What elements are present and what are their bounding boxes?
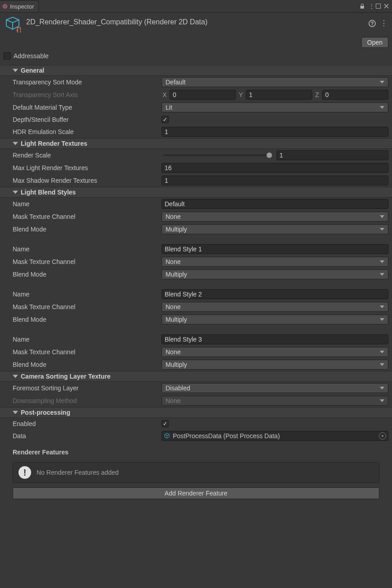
blend-name-field[interactable]: Blend Style 1 — [161, 244, 388, 254]
section-light-blend-styles[interactable]: Light Blend Styles — [0, 187, 392, 198]
blend-mode-dropdown[interactable]: Multiply — [161, 360, 388, 370]
axis-z-label: Z — [314, 91, 320, 98]
blend-mask-dropdown[interactable]: None — [161, 212, 388, 222]
maximize-icon[interactable] — [376, 4, 384, 9]
axis-y-field[interactable]: 1 — [246, 90, 312, 100]
renderer-features-title: Renderer Features — [0, 442, 392, 460]
no-features-label: No Renderer Features added — [37, 469, 119, 476]
blend-mode-label: Blend Mode — [13, 271, 161, 278]
hdr-emulation-scale-field[interactable]: 1 — [161, 127, 388, 137]
blend-mode-label: Blend Mode — [13, 361, 161, 368]
axis-z-field[interactable]: 0 — [322, 90, 388, 100]
default-material-type-label: Default Material Type — [13, 104, 161, 111]
inspector-tab[interactable]: Inspector — [0, 0, 39, 12]
post-data-label: Data — [13, 432, 161, 440]
default-material-type-dropdown[interactable]: Lit — [161, 102, 388, 112]
asset-title: 2D_Renderer_Shader_Compatibility (Render… — [26, 18, 363, 26]
blend-name-field[interactable]: Default — [161, 199, 388, 209]
blend-mode-dropdown[interactable]: Multiply — [161, 315, 388, 324]
max-light-textures-label: Max Light Render Textures — [13, 164, 161, 171]
blend-name-field[interactable]: Blend Style 3 — [161, 334, 388, 344]
blend-name-field[interactable]: Blend Style 2 — [161, 289, 388, 299]
blend-name-label: Name — [13, 291, 161, 298]
blend-mask-label: Mask Texture Channel — [13, 258, 161, 265]
blend-mode-label: Blend Mode — [13, 316, 161, 323]
post-data-field[interactable]: PostProcessData (Post Process Data) — [161, 431, 388, 441]
max-shadow-textures-label: Max Shadow Render Textures — [13, 177, 161, 184]
blend-name-label: Name — [13, 245, 161, 253]
blend-mask-dropdown[interactable]: None — [161, 257, 388, 267]
component-menu-icon[interactable]: ⋮ — [380, 19, 387, 28]
post-enabled-checkbox[interactable] — [161, 420, 169, 427]
depth-stencil-buffer-label: Depth/Stencil Buffer — [13, 116, 161, 123]
render-scale-slider[interactable] — [161, 150, 271, 160]
no-features-info: ! No Renderer Features added — [13, 462, 379, 483]
render-scale-field[interactable]: 1 — [277, 150, 389, 160]
blend-name-label: Name — [13, 200, 161, 208]
lock-icon[interactable] — [360, 4, 368, 9]
transparency-sort-mode-label: Transparency Sort Mode — [13, 79, 161, 86]
tab-menu-icon[interactable]: ⋮ — [368, 3, 376, 9]
open-button[interactable]: Open — [361, 37, 388, 48]
depth-stencil-buffer-checkbox[interactable] — [161, 116, 169, 123]
blend-mode-dropdown[interactable]: Multiply — [161, 224, 388, 234]
transparency-sort-axis-label: Transparency Sort Axis — [13, 91, 161, 98]
transparency-sort-mode-dropdown[interactable]: Default — [161, 77, 388, 87]
downsampling-method-dropdown: None — [161, 396, 388, 406]
post-enabled-label: Enabled — [13, 420, 161, 427]
blend-mask-label: Mask Texture Channel — [13, 303, 161, 310]
inspector-tab-icon — [3, 4, 7, 9]
info-icon: ! — [18, 466, 31, 479]
blend-name-label: Name — [13, 336, 161, 343]
svg-text:?: ? — [371, 21, 374, 26]
blend-mask-dropdown[interactable]: None — [161, 347, 388, 357]
blend-mode-dropdown[interactable]: Multiply — [161, 269, 388, 279]
addressable-label: Addressable — [14, 52, 49, 60]
axis-y-label: Y — [238, 91, 244, 98]
close-icon[interactable] — [384, 4, 392, 9]
section-camera-sorting[interactable]: Camera Sorting Layer Texture — [0, 371, 392, 382]
help-icon[interactable]: ? — [369, 20, 376, 27]
max-light-textures-field[interactable]: 16 — [161, 163, 388, 173]
addressable-checkbox[interactable] — [4, 52, 11, 60]
svg-rect-0 — [376, 4, 381, 9]
downsampling-method-label: Downsampling Method — [13, 397, 161, 404]
axis-x-field[interactable]: 0 — [170, 90, 236, 100]
hdr-emulation-scale-label: HDR Emulation Scale — [13, 128, 161, 135]
max-shadow-textures-field[interactable]: 1 — [161, 176, 388, 185]
blend-mask-dropdown[interactable]: None — [161, 302, 388, 312]
object-cube-icon — [164, 433, 170, 439]
foremost-sorting-layer-dropdown[interactable]: Disabled — [161, 383, 388, 393]
render-scale-label: Render Scale — [13, 152, 161, 159]
asset-type-icon: {} — [5, 16, 21, 32]
axis-x-label: X — [161, 91, 168, 98]
object-picker-icon[interactable] — [379, 432, 386, 440]
section-general[interactable]: General — [0, 65, 392, 76]
svg-text:{}: {} — [16, 26, 21, 32]
add-renderer-feature-button[interactable]: Add Renderer Feature — [13, 487, 379, 499]
section-post-processing[interactable]: Post-processing — [0, 407, 392, 418]
blend-mode-label: Blend Mode — [13, 226, 161, 233]
blend-mask-label: Mask Texture Channel — [13, 213, 161, 220]
inspector-tab-label: Inspector — [10, 3, 34, 10]
blend-mask-label: Mask Texture Channel — [13, 348, 161, 356]
section-light-render-textures[interactable]: Light Render Textures — [0, 138, 392, 149]
foremost-sorting-layer-label: Foremost Sorting Layer — [13, 384, 161, 392]
